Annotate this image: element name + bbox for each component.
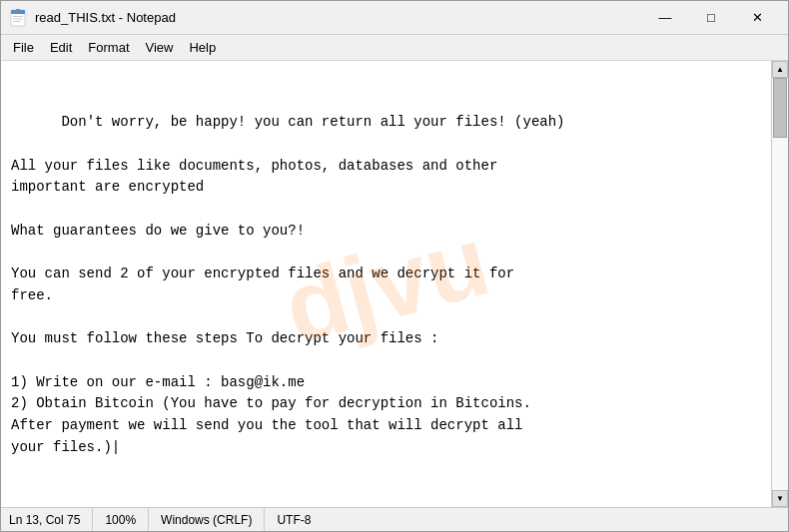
zoom-level: 100% bbox=[93, 508, 149, 531]
notepad-icon bbox=[9, 9, 27, 27]
menu-file[interactable]: File bbox=[5, 37, 42, 59]
svg-rect-4 bbox=[13, 21, 20, 22]
close-button[interactable]: ✕ bbox=[734, 1, 780, 35]
status-bar: Ln 13, Col 75 100% Windows (CRLF) UTF-8 bbox=[1, 507, 788, 531]
encoding: UTF-8 bbox=[265, 508, 323, 531]
scrollbar: ▲ ▼ bbox=[771, 61, 788, 507]
cursor-position: Ln 13, Col 75 bbox=[9, 508, 93, 531]
notepad-window: read_THIS.txt - Notepad — □ ✕ File Edit … bbox=[0, 0, 789, 532]
svg-rect-5 bbox=[16, 9, 20, 11]
line-endings: Windows (CRLF) bbox=[149, 508, 265, 531]
menu-bar: File Edit Format View Help bbox=[1, 35, 788, 61]
menu-view[interactable]: View bbox=[138, 37, 182, 59]
scrollbar-thumb[interactable] bbox=[773, 78, 787, 138]
text-editor[interactable]: djvu Don't worry, be happy! you can retu… bbox=[1, 61, 771, 507]
maximize-button[interactable]: □ bbox=[688, 1, 734, 35]
scroll-down-button[interactable]: ▼ bbox=[772, 490, 788, 507]
scroll-up-button[interactable]: ▲ bbox=[772, 61, 788, 78]
menu-format[interactable]: Format bbox=[80, 37, 137, 59]
svg-rect-2 bbox=[13, 16, 23, 17]
menu-help[interactable]: Help bbox=[181, 37, 224, 59]
menu-edit[interactable]: Edit bbox=[42, 37, 80, 59]
title-bar: read_THIS.txt - Notepad — □ ✕ bbox=[1, 1, 788, 35]
content-area: djvu Don't worry, be happy! you can retu… bbox=[1, 61, 788, 507]
scrollbar-track[interactable] bbox=[772, 78, 788, 490]
minimize-button[interactable]: — bbox=[642, 1, 688, 35]
window-controls: — □ ✕ bbox=[642, 1, 780, 35]
editor-content: Don't worry, be happy! you can return al… bbox=[11, 114, 565, 454]
svg-rect-3 bbox=[13, 18, 23, 19]
watermark: djvu bbox=[267, 183, 505, 385]
window-title: read_THIS.txt - Notepad bbox=[35, 10, 642, 25]
